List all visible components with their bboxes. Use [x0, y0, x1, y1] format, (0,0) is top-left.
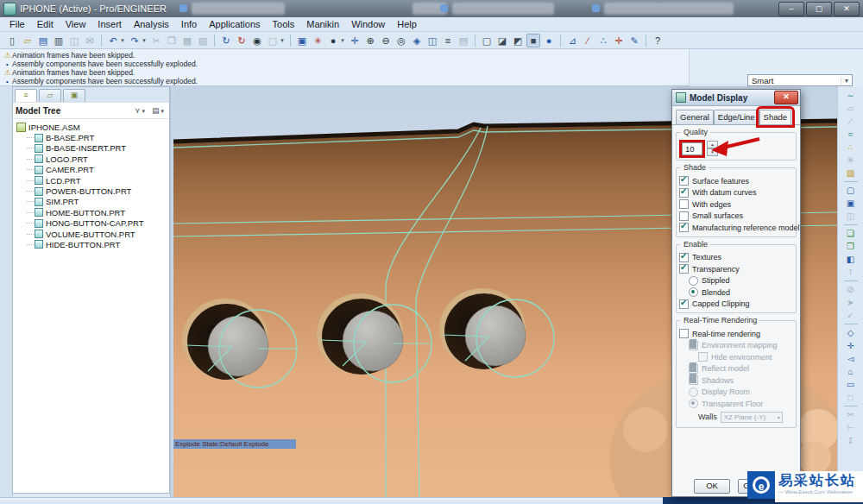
tree-item[interactable]: B-BASE.PRT [27, 132, 169, 142]
sketch-curve-button[interactable]: ∼ [843, 89, 858, 102]
annotations-toggle[interactable]: ✎ [627, 34, 641, 47]
tree-filters-button[interactable]: ⋎ ▾ [132, 106, 148, 115]
toolbar-button[interactable] [646, 35, 646, 47]
tree-item[interactable]: VOLUME-BUTTON.PRT [27, 229, 169, 239]
dialog-title-bar[interactable]: Model Display ✕ [672, 90, 800, 106]
feature-toolbar-button[interactable] [844, 324, 858, 324]
layers-button[interactable]: ≡ [441, 34, 455, 47]
surface-features-checkbox[interactable]: Surface features [679, 175, 793, 187]
paste-button[interactable]: ▦ [180, 34, 194, 47]
no-hidden-button[interactable]: ◩ [511, 34, 525, 47]
favorites-tab[interactable]: ▣ [63, 89, 85, 102]
refit-button[interactable]: ◎ [394, 34, 408, 47]
folder-browser-tab[interactable]: ▱ [39, 89, 61, 102]
tree-columns-button[interactable]: ▤ ▾ [149, 106, 167, 115]
menu-item[interactable]: Manikin [300, 18, 345, 30]
open-button[interactable]: ▱ [21, 34, 35, 47]
menu-item[interactable]: Help [391, 18, 423, 30]
toolbar-button[interactable] [560, 35, 561, 47]
shaded-button[interactable]: ■ [526, 34, 540, 47]
with-datum-curves-checkbox[interactable]: With datum curves [679, 187, 793, 199]
tree-item[interactable]: B-BASE-INSERT.PRT [27, 143, 169, 154]
blended-radio[interactable]: Blended [689, 287, 793, 299]
regenerate-manager-button[interactable]: ↻ [235, 34, 249, 47]
tab-general[interactable]: General [676, 110, 714, 124]
feature-toolbar-button[interactable] [844, 181, 858, 182]
wireframe-button[interactable]: ▢ [480, 34, 494, 47]
quality-value-field[interactable]: 10 [682, 142, 702, 155]
select-button[interactable]: ▢ [266, 34, 280, 47]
tree-item[interactable]: POWER-BUTTON.PRT [27, 186, 169, 196]
repaint-button[interactable]: ▣ [295, 34, 309, 47]
datum-axis-tool-button[interactable]: ∕ [843, 115, 858, 128]
select-menu-button[interactable]: ▾ [279, 34, 286, 47]
message-area[interactable]: ⚠ Animation frames have been skipped. • … [0, 49, 689, 86]
real-time-rendering-checkbox[interactable]: Real-time rendering [679, 328, 793, 340]
render-menu-button[interactable]: ▾ [339, 34, 346, 47]
cut-button[interactable]: ✂ [149, 34, 163, 47]
dialog-close-button[interactable]: ✕ [774, 91, 798, 104]
offset-button[interactable]: ◫ [843, 210, 858, 223]
regenerate-button[interactable]: ↻ [219, 34, 233, 47]
with-edges-checkbox[interactable]: With edges [679, 198, 793, 211]
context-help-button[interactable]: ? [651, 34, 665, 47]
redo-button[interactable]: ↷ [128, 34, 142, 47]
stippled-radio[interactable]: Stippled [689, 275, 793, 287]
intersect-button[interactable]: ⊺ [843, 266, 858, 279]
shadows-checkbox[interactable]: Shadows [689, 375, 793, 387]
menu-item[interactable]: Insert [91, 18, 128, 30]
menu-item[interactable]: Analysis [128, 18, 175, 30]
transparency-checkbox[interactable]: Transparency [679, 263, 793, 275]
extend-button[interactable]: ⊢ [843, 421, 858, 434]
toolbar-button[interactable] [475, 35, 476, 47]
tree-item[interactable]: CAMER.PRT [27, 165, 169, 175]
reorient-button[interactable]: ◈ [410, 34, 424, 47]
menu-item[interactable]: Info [175, 18, 203, 30]
style-button[interactable]: □ [843, 391, 858, 404]
tab-edge-line[interactable]: Edge/Line [714, 110, 759, 124]
tree-item[interactable]: HONG-BUTTON-CAP.PRT [27, 218, 169, 229]
find-button[interactable]: ◉ [250, 34, 264, 47]
datum-point-tool-button[interactable]: ∴ [843, 141, 858, 154]
flex-button[interactable]: ⌂ [843, 365, 858, 378]
print-button[interactable]: ▥ [52, 34, 66, 47]
reflect-model-checkbox[interactable]: Reflect model [689, 363, 793, 375]
menu-item[interactable]: Applications [203, 18, 266, 30]
curve-tool-button[interactable]: ≈ [843, 128, 858, 141]
datum-planes-toggle[interactable]: ⊿ [565, 34, 579, 47]
view-manager-button[interactable]: ◫ [425, 34, 439, 47]
print-preview-button[interactable]: ◫ [67, 34, 81, 47]
csys-toggle[interactable]: ✛ [612, 34, 626, 47]
capped-clipping-checkbox[interactable]: Capped Clipping [679, 299, 793, 311]
redo-menu-button[interactable]: ▾ [141, 34, 148, 47]
transparent-floor-radio[interactable]: Transparent Floor [689, 398, 793, 410]
datum-points-toggle[interactable]: ∴ [596, 34, 610, 47]
move-button[interactable]: ✛ [843, 339, 858, 352]
axis-pattern-button[interactable]: ✳ [843, 154, 858, 167]
mirror-button[interactable]: ◇ [843, 326, 858, 339]
textures-checkbox[interactable]: Textures [679, 252, 793, 264]
orient-mode-button[interactable]: ✛ [348, 34, 362, 47]
selection-filter-combo[interactable]: Smart ▼ [747, 74, 853, 86]
toolbar-button[interactable] [290, 35, 291, 47]
new-file-button[interactable]: ▯ [5, 34, 19, 47]
menu-item[interactable]: View [60, 18, 92, 30]
zoom-in-button[interactable]: ⊕ [363, 34, 377, 47]
undo-menu-button[interactable]: ▾ [119, 34, 126, 47]
extrude-button[interactable]: ⊘ [843, 283, 858, 296]
ok-button[interactable]: OK [694, 479, 730, 494]
tab-shade[interactable]: Shade [759, 110, 791, 124]
environment-mapping-checkbox[interactable]: Environment mapping [689, 340, 793, 352]
tree-root-item[interactable]: IPHONE.ASM [16, 122, 169, 132]
toolbar-button[interactable] [214, 35, 215, 47]
revolve-button[interactable]: ➤ [843, 296, 858, 309]
paste-special-button[interactable]: ▧ [196, 34, 210, 47]
spin-up-button[interactable]: ▴ [707, 141, 718, 148]
hide-environment-checkbox[interactable]: Hide environment [698, 351, 793, 363]
publish-geometry-button[interactable]: ❐ [843, 240, 858, 253]
save-button[interactable]: ▤ [36, 34, 50, 47]
shade-render-button[interactable]: ● [326, 34, 340, 47]
project-button[interactable]: ↧ [843, 434, 858, 447]
use-edge-button[interactable]: ▣ [843, 197, 858, 210]
zoom-out-button[interactable]: ⊖ [379, 34, 393, 47]
